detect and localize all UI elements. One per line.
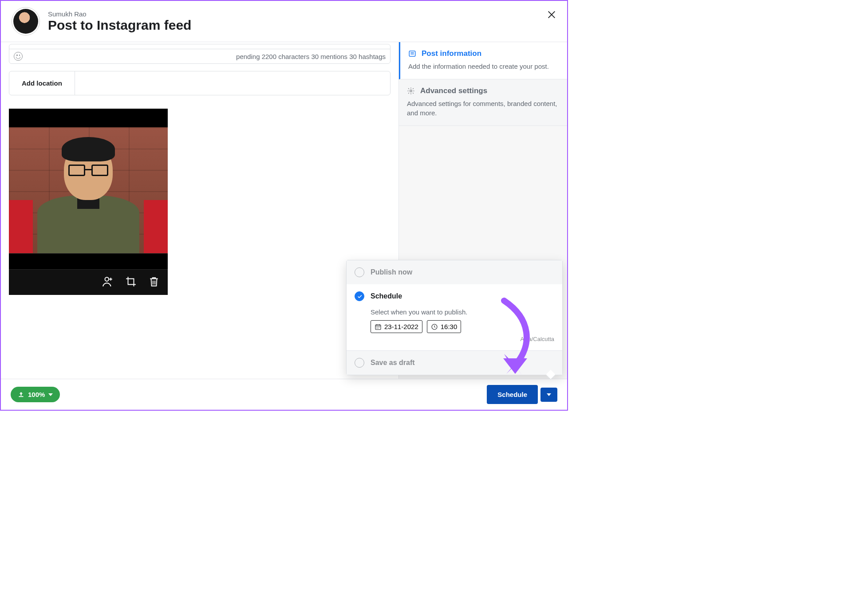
svg-rect-6 — [19, 396, 24, 397]
add-location-button[interactable]: Add location — [9, 71, 75, 95]
publish-now-option[interactable]: Publish now — [347, 260, 562, 284]
post-info-icon — [408, 50, 416, 58]
calendar-icon — [375, 323, 382, 330]
crop-icon[interactable] — [125, 276, 137, 289]
tag-people-icon[interactable] — [102, 276, 114, 289]
svg-point-0 — [105, 277, 109, 281]
advanced-desc: Advanced settings for comments, branded … — [407, 99, 559, 118]
radio-unchecked-icon — [355, 267, 364, 277]
schedule-desc: Select when you want to publish. — [371, 308, 554, 316]
schedule-popover: Publish now Schedule Select when you wan… — [346, 260, 563, 375]
time-input[interactable]: 16:30 — [427, 320, 462, 333]
clock-icon — [431, 323, 438, 330]
uploaded-image — [9, 127, 168, 253]
schedule-dropdown-button[interactable] — [540, 388, 557, 402]
chevron-down-icon — [48, 393, 53, 396]
emoji-icon[interactable] — [14, 52, 23, 61]
svg-point-2 — [410, 90, 412, 92]
post-information-panel[interactable]: Post information Add the information nee… — [399, 42, 567, 79]
avatar — [12, 7, 40, 35]
save-draft-option[interactable]: Save as draft — [347, 350, 562, 375]
gear-icon — [407, 87, 415, 95]
delete-icon[interactable] — [148, 276, 160, 289]
schedule-button[interactable]: Schedule — [487, 385, 538, 404]
radio-checked-icon — [355, 291, 364, 301]
advanced-settings-panel[interactable]: Advanced settings Advanced settings for … — [399, 79, 567, 126]
upload-icon — [18, 391, 24, 398]
user-name: Sumukh Rao — [48, 10, 191, 18]
advanced-title: Advanced settings — [420, 86, 487, 95]
chevron-down-icon — [547, 393, 551, 396]
date-input[interactable]: 23-11-2022 — [371, 320, 422, 333]
schedule-option[interactable]: Schedule — [347, 284, 562, 308]
upload-progress-pill[interactable]: 100% — [11, 387, 60, 402]
post-info-desc: Add the information needed to create you… — [408, 62, 559, 71]
media-preview — [9, 109, 168, 295]
timezone-label: Asia/Calcutta — [371, 336, 554, 342]
radio-unchecked-icon — [355, 358, 364, 368]
caption-status: pending 2200 characters 30 mentions 30 h… — [236, 53, 386, 60]
close-button[interactable] — [547, 10, 556, 21]
page-title: Post to Instagram feed — [48, 18, 191, 33]
post-info-title: Post information — [422, 49, 481, 58]
location-row: Add location — [9, 71, 390, 95]
caption-box[interactable]: pending 2200 characters 30 mentions 30 h… — [9, 44, 390, 64]
